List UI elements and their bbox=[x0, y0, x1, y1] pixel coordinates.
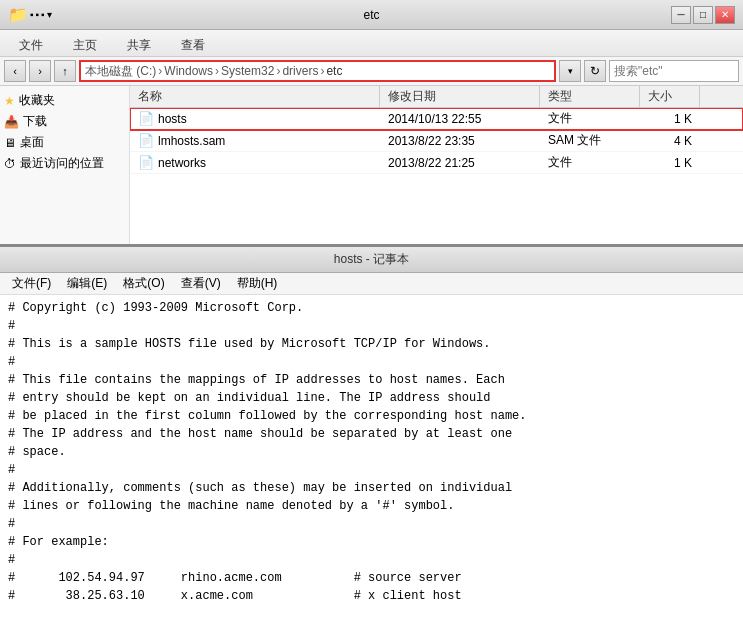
back-button[interactable]: ‹ bbox=[4, 60, 26, 82]
notepad-title-bar: hosts - 记事本 bbox=[0, 247, 743, 273]
file-type-networks: 文件 bbox=[540, 154, 640, 171]
col-header-size[interactable]: 大小 bbox=[640, 86, 700, 107]
file-date-hosts: 2014/10/13 22:55 bbox=[380, 112, 540, 126]
col-header-type[interactable]: 类型 bbox=[540, 86, 640, 107]
col-header-name[interactable]: 名称 bbox=[130, 86, 380, 107]
maximize-button[interactable]: □ bbox=[693, 6, 713, 24]
notepad-title-text: hosts - 记事本 bbox=[334, 251, 409, 268]
refresh-button[interactable]: ↻ bbox=[584, 60, 606, 82]
menu-edit[interactable]: 编辑(E) bbox=[59, 273, 115, 294]
address-sep-3: › bbox=[276, 64, 280, 78]
star-icon: ★ bbox=[4, 94, 15, 108]
file-icon-hosts: 📄 bbox=[138, 111, 154, 126]
notepad-content: # Copyright (c) 1993-2009 Microsoft Corp… bbox=[0, 295, 743, 623]
file-explorer-body: ★ 收藏夹 📥 下载 🖥 桌面 ⏱ 最近访问的位置 名称 修改日期 类型 大 bbox=[0, 86, 743, 246]
file-name-lmhosts: 📄 lmhosts.sam bbox=[130, 133, 380, 148]
file-size-networks: 1 K bbox=[640, 156, 700, 170]
download-icon: 📥 bbox=[4, 115, 19, 129]
col-header-date[interactable]: 修改日期 bbox=[380, 86, 540, 107]
window-controls[interactable]: ─ □ ✕ bbox=[671, 6, 735, 24]
address-segment-5: etc bbox=[326, 64, 342, 78]
address-segment-2: Windows bbox=[164, 64, 213, 78]
file-size-lmhosts: 4 K bbox=[640, 134, 700, 148]
menu-view[interactable]: 查看(V) bbox=[173, 273, 229, 294]
explorer-title-bar: 📁 ▪ ▪ ▪ ▾ etc ─ □ ✕ bbox=[0, 0, 743, 30]
file-date-networks: 2013/8/22 21:25 bbox=[380, 156, 540, 170]
sidebar-item-recent[interactable]: ⏱ 最近访问的位置 bbox=[0, 153, 129, 174]
sidebar-item-downloads[interactable]: 📥 下载 bbox=[0, 111, 129, 132]
file-type-hosts: 文件 bbox=[540, 110, 640, 127]
address-segment-4: drivers bbox=[282, 64, 318, 78]
address-sep-4: › bbox=[320, 64, 324, 78]
recent-icon: ⏱ bbox=[4, 157, 16, 171]
sidebar-item-favorites: ★ 收藏夹 bbox=[0, 90, 129, 111]
close-button[interactable]: ✕ bbox=[715, 6, 735, 24]
explorer-window: 📁 ▪ ▪ ▪ ▾ etc ─ □ ✕ 文件 主页 共享 查看 ‹ › ↑ 本地… bbox=[0, 0, 743, 246]
file-list: 📄 hosts 2014/10/13 22:55 文件 1 K 📄 lmhost… bbox=[130, 108, 743, 244]
file-list-area: 名称 修改日期 类型 大小 📄 hosts 2014/10/13 22:55 文… bbox=[130, 86, 743, 244]
ribbon: 文件 主页 共享 查看 bbox=[0, 30, 743, 57]
sidebar: ★ 收藏夹 📥 下载 🖥 桌面 ⏱ 最近访问的位置 bbox=[0, 86, 130, 244]
file-date-lmhosts: 2013/8/22 23:35 bbox=[380, 134, 540, 148]
tab-home[interactable]: 主页 bbox=[58, 34, 112, 56]
file-list-header: 名称 修改日期 类型 大小 bbox=[130, 86, 743, 108]
file-icon-lmhosts: 📄 bbox=[138, 133, 154, 148]
notepad-window: hosts - 记事本 文件(F) 编辑(E) 格式(O) 查看(V) 帮助(H… bbox=[0, 246, 743, 623]
tab-file[interactable]: 文件 bbox=[4, 34, 58, 56]
menu-file[interactable]: 文件(F) bbox=[4, 273, 59, 294]
desktop-icon: 🖥 bbox=[4, 136, 16, 150]
address-segment-3: System32 bbox=[221, 64, 274, 78]
address-dropdown-button[interactable]: ▾ bbox=[559, 60, 581, 82]
file-row-hosts[interactable]: 📄 hosts 2014/10/13 22:55 文件 1 K bbox=[130, 108, 743, 130]
explorer-title: etc bbox=[363, 8, 379, 22]
tab-share[interactable]: 共享 bbox=[112, 34, 166, 56]
search-input[interactable] bbox=[609, 60, 739, 82]
notepad-menubar: 文件(F) 编辑(E) 格式(O) 查看(V) 帮助(H) bbox=[0, 273, 743, 295]
file-name-hosts: 📄 hosts bbox=[130, 111, 380, 126]
file-name-networks: 📄 networks bbox=[130, 155, 380, 170]
up-button[interactable]: ↑ bbox=[54, 60, 76, 82]
address-sep-2: › bbox=[215, 64, 219, 78]
sidebar-item-desktop[interactable]: 🖥 桌面 bbox=[0, 132, 129, 153]
file-size-hosts: 1 K bbox=[640, 112, 700, 126]
file-row-lmhosts[interactable]: 📄 lmhosts.sam 2013/8/22 23:35 SAM 文件 4 K bbox=[130, 130, 743, 152]
menu-help[interactable]: 帮助(H) bbox=[229, 273, 286, 294]
file-row-networks[interactable]: 📄 networks 2013/8/22 21:25 文件 1 K bbox=[130, 152, 743, 174]
menu-format[interactable]: 格式(O) bbox=[115, 273, 172, 294]
address-sep-1: › bbox=[158, 64, 162, 78]
address-path-box[interactable]: 本地磁盘 (C:) › Windows › System32 › drivers… bbox=[79, 60, 556, 82]
minimize-button[interactable]: ─ bbox=[671, 6, 691, 24]
address-segment-1: 本地磁盘 (C:) bbox=[85, 63, 156, 80]
file-icon-networks: 📄 bbox=[138, 155, 154, 170]
address-bar: ‹ › ↑ 本地磁盘 (C:) › Windows › System32 › d… bbox=[0, 57, 743, 86]
tab-view[interactable]: 查看 bbox=[166, 34, 220, 56]
file-type-lmhosts: SAM 文件 bbox=[540, 132, 640, 149]
forward-button[interactable]: › bbox=[29, 60, 51, 82]
